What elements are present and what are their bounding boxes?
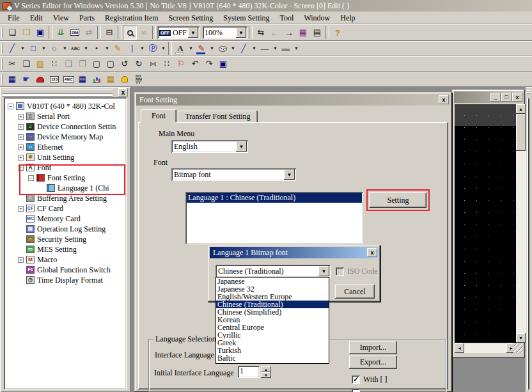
menu-screen-setting[interactable]: Screen Setting (164, 12, 219, 24)
parts-mark-button[interactable]: Ⓟ (146, 42, 160, 56)
combo-dropdown-icon[interactable]: ▼ (284, 169, 295, 180)
tree-item-font-setting[interactable]: − Font Setting (8, 173, 124, 183)
expand-icon[interactable]: + (18, 124, 24, 130)
keypad-part-button[interactable]: ▦ (75, 72, 90, 86)
tree-item-font[interactable]: − A Font (8, 162, 124, 173)
char-color-dropdown[interactable]: ▼ (187, 42, 194, 56)
cancel-button[interactable]: Cancel (335, 285, 375, 299)
previous-screen-button[interactable]: ← (268, 26, 282, 40)
parts-mark-dropdown[interactable]: ▼ (160, 42, 167, 56)
alarm-part-button[interactable] (118, 72, 132, 86)
combo-dropdown-icon[interactable]: ▼ (236, 27, 246, 38)
bring-to-front-button[interactable]: ❒ (75, 57, 90, 71)
rotate-right-button[interactable]: ↻ (132, 57, 146, 71)
collapse-icon[interactable]: − (18, 165, 24, 171)
maximize-button[interactable]: □ (501, 93, 512, 102)
pin-button[interactable]: ⚐ (174, 57, 188, 71)
menu-registration-item[interactable]: Registration Item (100, 12, 164, 24)
tree-item-language-1[interactable]: Language 1 (Chi (8, 183, 124, 193)
rotate-left-button[interactable]: ↺ (118, 57, 132, 71)
line-width-dropdown[interactable]: ▼ (272, 42, 279, 56)
tree-item-v810t[interactable]: − V810T (640 * 480) 32K-Col (8, 101, 124, 111)
numeric-display-button[interactable]: 123 (47, 72, 61, 86)
language-listbox[interactable]: Language 1 : Chinese (Traditional) (185, 192, 363, 244)
toolbar-grip[interactable] (1, 43, 3, 54)
tree-item-buffering-area[interactable]: ≡ Buffering Area Setting (8, 193, 124, 203)
simulator-button[interactable]: SIM (68, 26, 82, 40)
dot-tool-button[interactable]: • (90, 42, 104, 56)
line-tool-dropdown[interactable]: ▼ (19, 42, 26, 56)
multi-copy-button[interactable]: ∷ (47, 57, 61, 71)
tree-item-device-memory-map[interactable]: + •• Device Memory Map (8, 132, 124, 142)
tree-item-device-connection[interactable]: + Z Device Connection Settin (8, 122, 124, 132)
export-button[interactable]: Export... (349, 356, 397, 369)
send-to-back-button[interactable]: ❑ (61, 57, 75, 71)
bitmap-language-combo[interactable]: Chinese (Traditional) ▼ (215, 265, 331, 278)
group-button[interactable]: ∺ (146, 57, 160, 71)
item-list-button[interactable]: ▤ (310, 26, 324, 40)
statistics-part-button[interactable]: ▦ (104, 72, 118, 86)
menu-system-setting[interactable]: System Setting (218, 12, 274, 24)
frame-select-button[interactable]: ▢ (90, 57, 104, 71)
screen-block-button[interactable]: ▦ (5, 72, 19, 86)
expand-icon[interactable]: + (18, 155, 24, 161)
tab-font[interactable]: Font (141, 109, 176, 123)
tree-item-mes-setting[interactable]: ▭ MES Setting (8, 244, 124, 255)
option-cyrillic[interactable]: Cyrillic (216, 331, 329, 339)
rectangle-tool-dropdown[interactable]: ▼ (40, 42, 47, 56)
tree-item-memory-card[interactable]: MC Memory Card (8, 214, 124, 224)
print-button[interactable]: ⊟ (102, 26, 116, 40)
combo-dropdown-icon[interactable]: ▼ (318, 266, 329, 276)
open-button[interactable]: ❒ (19, 26, 33, 40)
menu-edit[interactable]: Edit (25, 12, 48, 24)
redo-button[interactable]: ↷ (202, 57, 216, 71)
screen-jump-button[interactable]: ⇆ (254, 26, 268, 40)
tree-item-unit-setting[interactable]: + ✱ Unit Setting (8, 152, 124, 162)
menu-help[interactable]: Help (335, 12, 360, 24)
line-type-button[interactable]: ╱ (237, 42, 251, 56)
copy-button[interactable]: ❏ (19, 57, 33, 71)
option-chinese-traditional[interactable]: Chinese (Traditional) (216, 301, 329, 308)
panel-close-button[interactable]: x (118, 88, 128, 97)
multi-view-button[interactable]: ∞ (137, 26, 151, 40)
collapse-icon[interactable]: − (8, 104, 13, 109)
tree-item-macro[interactable]: + M Macro (8, 255, 124, 265)
text-tool-dropdown[interactable]: ▼ (82, 42, 90, 56)
import-button[interactable]: Import... (349, 341, 397, 354)
zoom-area-button[interactable] (123, 26, 137, 40)
menu-window[interactable]: Window (299, 12, 335, 24)
tree-item-serial-port[interactable]: + ▯ Serial Port (8, 111, 124, 122)
tree-item-global-function-switch[interactable]: F1 Global Function Switch (8, 265, 124, 275)
option-english-western-europe[interactable]: English/Western Europe (216, 293, 329, 301)
lamp-part-button[interactable] (33, 72, 47, 86)
fill-style-button[interactable]: ▬ (279, 42, 293, 56)
scale-tool-dropdown[interactable]: ▼ (139, 42, 146, 56)
select-screen-button[interactable]: ▣ (216, 57, 230, 71)
fill-style-dropdown[interactable]: ▼ (293, 42, 300, 56)
palette-button[interactable] (215, 42, 230, 56)
zoom-level-combo[interactable]: 100% ▼ (203, 26, 247, 39)
resize-grip[interactable] (513, 343, 523, 353)
spin-down-button[interactable]: ▼ (261, 372, 271, 378)
dot-tool-dropdown[interactable]: ▼ (104, 42, 111, 56)
option-japanese-32[interactable]: Japanese 32 (216, 285, 329, 293)
tree-item-ethernet[interactable]: + ▪▪ Ethernet (8, 142, 124, 152)
pen-color-button[interactable]: ✎ (194, 42, 208, 56)
new-button[interactable]: ❏ (5, 26, 19, 40)
horizontal-scrollbar[interactable]: ◄ ► (455, 343, 516, 353)
tree-item-cf-card[interactable]: + CF CF Card (8, 203, 124, 214)
combo-dropdown-icon[interactable]: ▼ (236, 141, 247, 152)
with-brackets-checkbox[interactable]: ✓ With [ ] (352, 375, 387, 384)
line-type-dropdown[interactable]: ▼ (251, 42, 258, 56)
checkbox-checked-icon[interactable]: ✓ (352, 375, 360, 384)
char-color-button[interactable]: A (173, 42, 187, 56)
expand-icon[interactable]: + (18, 206, 24, 212)
partial-checkbox[interactable] (352, 389, 360, 392)
date-display-button[interactable]: DD MM YY (132, 72, 146, 86)
paint-tool-button[interactable]: ✎ (111, 42, 125, 56)
expand-icon[interactable]: + (18, 257, 24, 263)
text-display-button[interactable]: ABC (61, 72, 75, 86)
toolbar-grip[interactable] (1, 74, 3, 85)
expand-icon[interactable]: + (18, 114, 24, 120)
toolbar-grip[interactable] (1, 58, 3, 70)
